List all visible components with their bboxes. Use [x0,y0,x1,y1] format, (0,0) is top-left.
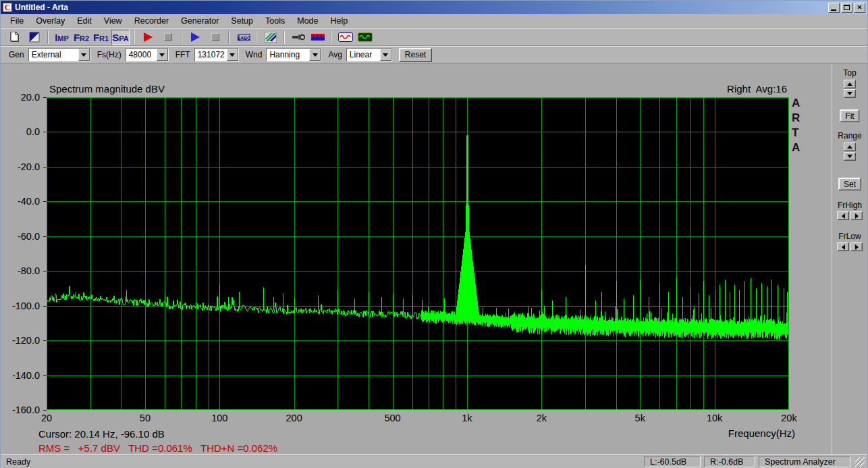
play-stop-button[interactable] [206,30,224,45]
y-tick-mark [43,375,47,376]
frlow-right-button[interactable] [850,242,863,251]
reset-button[interactable]: Reset [399,48,432,62]
x-tick-label: 5k [635,413,645,423]
menu-recorder[interactable]: Recorder [128,15,175,27]
chevron-down-icon[interactable] [227,49,238,61]
arta-letter: R [792,111,800,126]
right-control-column: Top Fit Range Set FrHigh FrLow [832,63,867,454]
x-tick-label: 20 [41,413,52,423]
x-tick-label: 50 [140,413,151,423]
y-tick-mark [43,306,47,307]
fs-label: Fs(Hz) [97,50,121,59]
range-label: Range [832,131,867,140]
y-tick-label: -40.0 [1,196,40,207]
menu-setup[interactable]: Setup [225,15,259,27]
chevron-down-icon[interactable] [380,49,391,61]
cursor-readout: Cursor: 20.14 Hz, -96.10 dB [38,428,165,440]
fft-select[interactable]: 131072 [194,48,239,61]
frhigh-left-button[interactable] [837,211,849,220]
menu-tools[interactable]: Tools [259,15,291,27]
new-file-button[interactable] [5,30,24,45]
app-icon: C [3,3,12,12]
y-tick-label: -160.0 [1,405,40,415]
wnd-value: Hanning [267,49,309,61]
top-up-button[interactable] [844,80,856,88]
oscilloscope-button[interactable] [356,30,374,45]
spectrum-plot[interactable] [47,97,789,410]
spectrum-canvas[interactable] [47,97,789,410]
range-up-button[interactable] [844,142,856,151]
close-button[interactable]: ✕ [854,3,865,13]
record-stop-button[interactable] [159,30,177,45]
play-start-button[interactable] [186,30,205,45]
blue-play-icon [191,32,200,42]
y-tick-label: -140.0 [1,369,40,380]
status-bar: Ready L:-60.5dB R:-0.6dB Spectrum Analyz… [1,454,867,468]
impulse-mode-button[interactable]: IMP [53,30,71,45]
waveform-red-blue-icon [311,32,325,42]
wnd-label: Wnd [246,50,263,59]
top-down-button[interactable] [844,89,856,98]
menu-view[interactable]: View [98,15,128,27]
y-tick-mark [43,271,47,271]
range-down-button[interactable] [844,152,856,161]
menu-file[interactable]: File [4,15,30,27]
menu-help[interactable]: Help [325,15,354,27]
signal-record-button[interactable] [308,30,327,45]
title-bar[interactable]: C Untitled - Arta ✕ [1,1,867,14]
scale-button[interactable] [261,30,279,45]
left-level-indicator: L:-60.5dB [644,456,701,467]
status-message: Ready [3,457,644,467]
y-tick-label: -120.0 [1,335,40,346]
fr2-mode-button[interactable]: FR2 [72,30,90,45]
menu-edit[interactable]: Edit [71,15,98,27]
chevron-down-icon[interactable] [78,49,90,61]
labels-button[interactable]: ABC [234,30,252,45]
y-tick-label: -60.0 [1,230,40,241]
abc-cursor-icon: ABC [236,32,250,43]
range-spinner [844,142,856,161]
menu-overlay[interactable]: Overlay [30,15,71,27]
menu-mode[interactable]: Mode [291,15,324,27]
wnd-select[interactable]: Hanning [266,48,321,61]
y-tick-mark [43,201,47,202]
toolbar-separator [228,30,229,44]
fr2-icon: FR2 [74,32,89,43]
svg-text:ABC: ABC [240,36,250,41]
avg-select[interactable]: Linear [346,48,392,61]
gen-select[interactable]: External [28,48,90,61]
stop-icon [164,33,172,41]
chevron-down-icon[interactable] [309,49,321,61]
frhigh-arrows [837,211,863,220]
fit-button[interactable]: Fit [840,109,859,122]
fs-select[interactable]: 48000 [126,48,169,61]
calibrate-button[interactable] [289,30,307,45]
fs-value: 48000 [126,49,157,61]
y-tick-label: -100.0 [1,300,40,311]
y-tick-mark [43,97,47,98]
fr1-icon: FR1 [93,32,109,43]
green-wave-icon [358,32,373,42]
chevron-down-icon[interactable] [157,49,168,61]
resize-grip[interactable] [855,457,865,467]
color-setup-button[interactable] [25,30,43,45]
chart-area: Spectrum magnitude dBV Right Avg:16 20.0… [1,63,832,454]
record-start-button[interactable] [139,30,157,45]
spa-mode-button[interactable]: SPA [111,30,130,45]
maximize-button[interactable] [841,3,852,13]
y-tick-label: -80.0 [1,265,40,276]
top-label: Top [832,68,867,78]
set-button[interactable]: Set [838,178,861,190]
gen-label: Gen [9,50,24,59]
toolbar-separator [181,30,182,44]
minimize-button[interactable] [828,3,840,13]
avg-value: Linear [347,49,380,61]
arta-letter: A [792,96,800,111]
fr1-mode-button[interactable]: FR1 [92,30,110,45]
x-tick-label: 1k [462,413,472,423]
x-tick-label: 2k [537,413,547,423]
menu-generator[interactable]: Generator [175,15,225,27]
frhigh-right-button[interactable] [850,211,863,220]
frlow-left-button[interactable] [837,242,849,251]
signal-generator-button[interactable] [336,30,354,45]
